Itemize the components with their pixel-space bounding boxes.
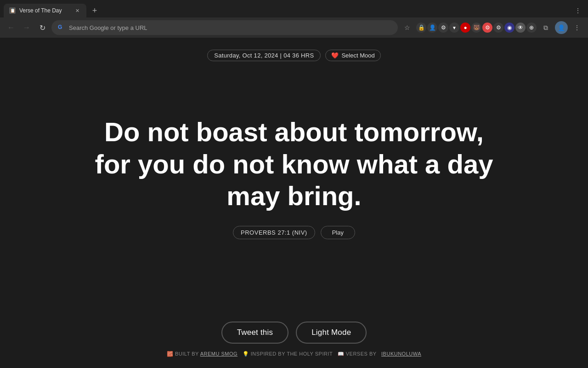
- browser-chrome: 📋 Verse of The Day ✕ + ⋮ ← → ↻ G Search …: [0, 0, 588, 38]
- bookmark-button[interactable]: ☆: [401, 21, 413, 34]
- verse-section: Do not boast about tomorrow, for you do …: [51, 38, 537, 322]
- extensions-area: 🔒 👤 ⚙ ▼ ● 🐻 ⚙ ⚙ ◉ 👁 ⊕: [416, 23, 537, 33]
- footer-inspired: INSPIRED BY THE HOLY SPIRIT: [251, 351, 333, 356]
- ext-icon-3[interactable]: ⚙: [438, 23, 448, 33]
- profile-icon[interactable]: 👤: [555, 21, 568, 34]
- forward-button[interactable]: →: [20, 21, 33, 34]
- tab-favicon: 📋: [9, 7, 16, 14]
- verse-reference: PROVERBS 27:1 (NIV): [233, 226, 315, 239]
- refresh-button[interactable]: ↻: [36, 21, 49, 34]
- more-button[interactable]: ⋮: [571, 21, 583, 34]
- ext-icon-2[interactable]: 👤: [427, 23, 437, 33]
- back-button[interactable]: ←: [5, 21, 17, 34]
- new-tab-button[interactable]: +: [88, 4, 101, 17]
- footer-built-by: BUILT BY: [175, 351, 199, 356]
- address-text: Search Google or type a URL: [69, 24, 391, 31]
- ext-icon-5[interactable]: ●: [460, 23, 470, 33]
- google-icon: G: [58, 24, 65, 31]
- ext-icon-7[interactable]: ⚙: [482, 23, 492, 33]
- browser-toolbar: ← → ↻ G Search Google or type a URL ☆ 🔒 …: [0, 17, 588, 38]
- footer: 🧱 BUILT BY AREMU SMOG 💡 INSPIRED BY THE …: [167, 351, 421, 357]
- footer-verses: VERSES BY: [346, 351, 377, 356]
- footer-verses-link[interactable]: IBUKUNOLUWA: [381, 351, 421, 356]
- ext-icon-4[interactable]: ▼: [449, 23, 459, 33]
- ext-icon-8[interactable]: ⚙: [493, 23, 503, 33]
- verse-text: Do not boast about tomorrow, for you do …: [87, 116, 501, 212]
- tab-overflow-button[interactable]: ⋮: [571, 4, 584, 17]
- ext-icon-10[interactable]: 👁: [515, 23, 526, 33]
- footer-emoji2: 💡: [243, 351, 249, 356]
- ext-icon-6[interactable]: 🐻: [471, 23, 481, 33]
- ext-icon-9[interactable]: ◉: [504, 23, 514, 33]
- active-tab[interactable]: 📋 Verse of The Day ✕: [4, 4, 86, 17]
- address-bar[interactable]: G Search Google or type a URL: [51, 20, 398, 35]
- page-content: Saturday, Oct 12, 2024 | 04 36 HRS ❤️ Se…: [0, 38, 588, 368]
- footer-emoji3: 📖: [338, 351, 345, 356]
- tab-title: Verse of The Day: [19, 7, 62, 14]
- action-buttons: Tweet this Light Mode: [221, 322, 367, 344]
- tweet-button[interactable]: Tweet this: [221, 322, 289, 344]
- footer-built-link[interactable]: AREMU SMOG: [200, 351, 237, 356]
- light-mode-button[interactable]: Light Mode: [296, 322, 367, 344]
- bottom-area: Tweet this Light Mode 🧱 BUILT BY AREMU S…: [167, 322, 421, 368]
- footer-emoji1: 🧱: [167, 351, 174, 356]
- ext-icon-11[interactable]: ⊕: [526, 23, 537, 33]
- tab-close-button[interactable]: ✕: [74, 7, 81, 14]
- verse-reference-area: PROVERBS 27:1 (NIV) Play: [233, 226, 355, 239]
- ext-icon-1[interactable]: 🔒: [416, 23, 426, 33]
- tab-bar: 📋 Verse of The Day ✕ + ⋮: [0, 0, 588, 17]
- play-button[interactable]: Play: [321, 226, 355, 239]
- extensions-button[interactable]: ⧉: [539, 21, 552, 34]
